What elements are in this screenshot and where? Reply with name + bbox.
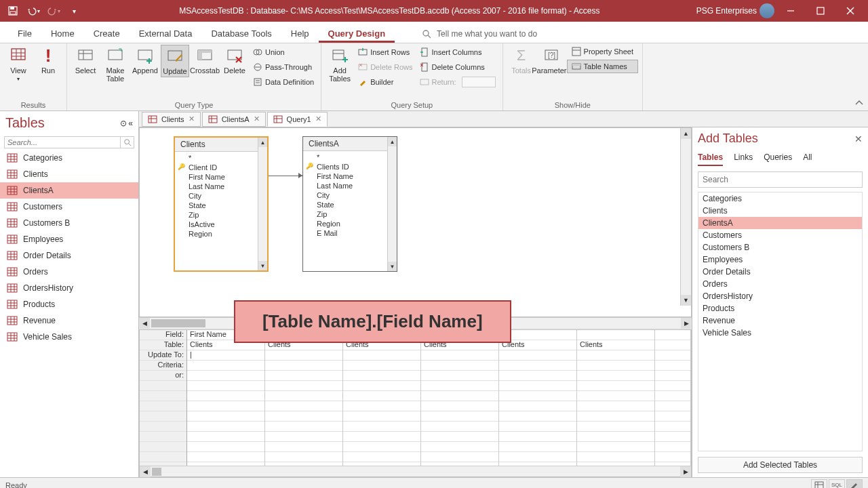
nav-collapse-icon[interactable]: «: [128, 119, 133, 128]
design-view-icon[interactable]: [846, 479, 863, 489]
qbe-column[interactable]: Clients: [577, 330, 655, 466]
nav-item-vehicle-sales[interactable]: Vehicle Sales: [0, 329, 138, 345]
field-item[interactable]: State: [175, 201, 267, 210]
parameters-button[interactable]: [?]Parameters: [537, 45, 566, 76]
insert-rows-button[interactable]: Insert Rows: [355, 45, 415, 60]
sql-view-icon[interactable]: SQL: [829, 479, 845, 489]
add-list-item-ordershistory[interactable]: OrdersHistory: [698, 290, 862, 302]
doc-tab-query1[interactable]: Query1✕: [267, 112, 328, 127]
add-list-item-vehicle-sales[interactable]: Vehicle Sales: [698, 327, 862, 339]
add-list-item-customers[interactable]: Customers: [698, 229, 862, 241]
close-icon[interactable]: ✕: [854, 134, 863, 144]
field-item[interactable]: Zip: [175, 210, 267, 220]
field-item[interactable]: Last Name: [303, 181, 397, 190]
tab-database-tools[interactable]: Database Tools: [201, 24, 281, 43]
table-box-clients[interactable]: Clients *Client IDFirst NameLast NameCit…: [174, 136, 269, 272]
field-item[interactable]: IsActive: [175, 220, 267, 229]
nav-pane-title[interactable]: Tables: [5, 115, 45, 131]
add-list-item-order-details[interactable]: Order Details: [698, 266, 862, 278]
delete-columns-button[interactable]: Delete Columns: [417, 60, 498, 75]
union-button[interactable]: Union: [250, 45, 317, 60]
designer-vertical-scrollbar[interactable]: ▲▼: [680, 128, 691, 306]
field-item[interactable]: Last Name: [175, 182, 267, 191]
add-tables-search-input[interactable]: [698, 171, 863, 188]
tab-external-data[interactable]: External Data: [130, 24, 202, 43]
nav-item-revenue[interactable]: Revenue: [0, 312, 138, 329]
field-item[interactable]: *: [175, 153, 267, 163]
table-names-button[interactable]: Table Names: [567, 60, 638, 73]
redo-icon[interactable]: ▾: [45, 3, 62, 19]
tab-home[interactable]: Home: [41, 24, 84, 43]
tab-create[interactable]: Create: [84, 24, 130, 43]
qbe-column[interactable]: Clients: [499, 330, 577, 466]
select-button[interactable]: Select: [71, 45, 100, 76]
table-scrollbar[interactable]: ▲▼: [258, 138, 267, 270]
qbe-column[interactable]: Clients: [343, 330, 421, 466]
field-item[interactable]: Region: [303, 219, 397, 228]
datasheet-view-icon[interactable]: [811, 479, 827, 489]
collapse-ribbon-icon[interactable]: [854, 98, 864, 108]
add-list-item-revenue[interactable]: Revenue: [698, 314, 862, 327]
add-tab-links[interactable]: Links: [734, 152, 753, 166]
query-designer-canvas[interactable]: Clients *Client IDFirst NameLast NameCit…: [139, 127, 692, 317]
nav-item-products[interactable]: Products: [0, 296, 138, 312]
field-item[interactable]: Client ID: [175, 163, 267, 172]
field-item[interactable]: *: [303, 152, 397, 162]
delete-button[interactable]: Delete: [220, 45, 249, 76]
view-button[interactable]: View▾: [4, 45, 33, 83]
data-definition-button[interactable]: Data Definition: [250, 75, 317, 89]
nav-item-clients[interactable]: Clients: [0, 166, 138, 182]
tab-query-design[interactable]: Query Design: [319, 24, 395, 43]
nav-item-ordershistory[interactable]: OrdersHistory: [0, 280, 138, 296]
add-tab-all[interactable]: All: [803, 152, 812, 166]
avatar[interactable]: [760, 3, 774, 18]
field-item[interactable]: City: [175, 191, 267, 201]
add-tab-queries[interactable]: Queries: [764, 152, 792, 166]
nav-item-customers-b[interactable]: Customers B: [0, 215, 138, 231]
table-scrollbar[interactable]: ▲▼: [387, 137, 397, 271]
nav-item-employees[interactable]: Employees: [0, 231, 138, 247]
doc-tab-clientsa[interactable]: ClientsA✕: [202, 112, 266, 127]
tab-file[interactable]: File: [8, 24, 41, 43]
close-tab-icon[interactable]: ✕: [315, 115, 321, 123]
field-item[interactable]: City: [303, 190, 397, 200]
close-tab-icon[interactable]: ✕: [189, 115, 195, 123]
add-list-item-categories[interactable]: Categories: [698, 192, 862, 205]
qbe-column[interactable]: Clients: [421, 330, 499, 466]
return-button[interactable]: Return:: [417, 75, 498, 89]
update-button[interactable]: Update: [161, 45, 189, 77]
table-box-clientsa[interactable]: ClientsA *Clients IDFirst NameLast NameC…: [302, 136, 397, 272]
qat-customize-icon[interactable]: ▾: [65, 3, 83, 19]
pass-through-button[interactable]: Pass-Through: [250, 60, 317, 75]
field-item[interactable]: E Mail: [303, 228, 397, 238]
add-selected-tables-button[interactable]: Add Selected Tables: [698, 457, 863, 473]
qbe-grid[interactable]: Field:Table:Update To:Criteria:or: First…: [139, 329, 692, 477]
field-item[interactable]: First Name: [175, 172, 267, 182]
field-item[interactable]: Clients ID: [303, 162, 397, 171]
add-list-item-orders[interactable]: Orders: [698, 278, 862, 290]
nav-search-input[interactable]: [4, 136, 121, 148]
add-tables-button[interactable]: Add Tables: [326, 45, 354, 84]
maximize-button[interactable]: [807, 0, 834, 22]
builder-button[interactable]: Builder: [355, 75, 415, 89]
qbe-column[interactable]: First NameClients|: [187, 330, 265, 466]
property-sheet-button[interactable]: Property Sheet: [567, 45, 638, 58]
nav-item-orders[interactable]: Orders: [0, 264, 138, 280]
field-item[interactable]: First Name: [303, 171, 397, 181]
undo-icon[interactable]: ▾: [24, 3, 42, 19]
doc-tab-clients[interactable]: Clients✕: [142, 112, 201, 127]
nav-item-categories[interactable]: Categories: [0, 150, 138, 166]
join-line[interactable]: [269, 176, 302, 176]
delete-rows-button[interactable]: Delete Rows: [355, 60, 415, 75]
append-button[interactable]: Append: [131, 45, 159, 76]
add-list-item-customers-b[interactable]: Customers B: [698, 241, 862, 253]
qbe-column[interactable]: Clients: [265, 330, 343, 466]
field-item[interactable]: Region: [175, 229, 267, 239]
nav-item-customers[interactable]: Customers: [0, 199, 138, 215]
nav-dropdown-icon[interactable]: ⊙: [120, 119, 127, 128]
crosstab-button[interactable]: Crosstab: [191, 45, 219, 76]
qbe-horizontal-scrollbar[interactable]: ◀▶: [140, 466, 691, 476]
nav-search-icon[interactable]: [121, 136, 134, 148]
make-table-button[interactable]: Make Table: [101, 45, 130, 84]
field-item[interactable]: Zip: [303, 209, 397, 219]
